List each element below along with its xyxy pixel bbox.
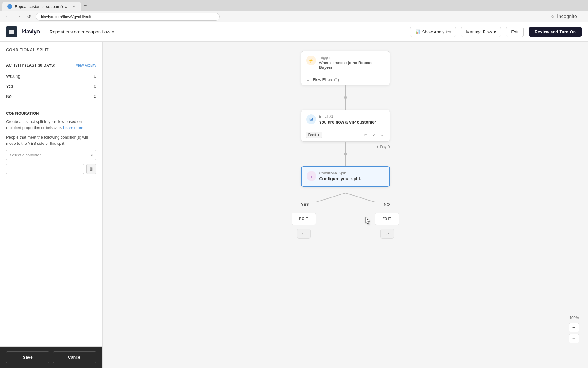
browser-extras: ☆ Incognito ⋮	[550, 14, 584, 20]
no-add-icon: ↩	[385, 231, 389, 236]
activity-section: ACTIVITY (LAST 30 DAYS) View Activity Wa…	[0, 58, 102, 106]
view-activity-link[interactable]: View Activity	[76, 63, 96, 67]
connector-right-line	[381, 187, 381, 193]
email-check-icon: ✉	[363, 132, 369, 138]
analytics-chart-icon: 📊	[415, 29, 420, 34]
cancel-button[interactable]: Cancel	[53, 351, 96, 363]
address-bar-input[interactable]	[36, 13, 220, 21]
sidebar: CONDITIONAL SPLIT ··· ACTIVITY (LAST 30 …	[0, 42, 103, 368]
split-node-header: ⑂ Conditional Split Configure your split…	[302, 167, 389, 186]
no-add-step-button[interactable]: ↩	[380, 229, 394, 239]
exit-nodes-row: EXIT ↩ EXIT ↩	[284, 213, 407, 239]
draft-label: Draft	[308, 133, 316, 137]
klaviyo-logo-icon	[6, 26, 17, 37]
branch-lines-svg	[298, 193, 393, 202]
connector-line-2	[345, 142, 346, 154]
condition-text-input[interactable]	[6, 164, 84, 174]
tab-close-button[interactable]: ✕	[72, 4, 76, 9]
split-node-more-button[interactable]: ···	[380, 171, 384, 177]
activity-no-label: No	[6, 94, 12, 99]
condition-delete-button[interactable]: 🗑	[86, 164, 96, 174]
zoom-in-button[interactable]: +	[569, 323, 579, 332]
envelope-icon: ✉	[309, 117, 313, 122]
trigger-desc-prefix: When someone	[319, 60, 348, 65]
sidebar-more-button[interactable]: ···	[92, 47, 96, 53]
review-label: Review and Turn On	[535, 29, 576, 34]
review-button[interactable]: Review and Turn On	[529, 27, 582, 37]
connector-2: ✦ Day 0	[301, 142, 390, 166]
email-node-more-button[interactable]: ···	[380, 114, 384, 120]
condition-select-wrapper: Select a condition... ▾	[6, 150, 96, 160]
back-button[interactable]: ←	[4, 13, 11, 21]
svg-rect-1	[306, 78, 310, 78]
email-tick-icon: ✓	[371, 132, 377, 138]
condition-input-row: 🗑	[6, 164, 96, 174]
email-status-icons: ✉ ✓ ▽	[363, 132, 385, 138]
flow-name-area: Repeat customer coupon flow ▾	[50, 29, 114, 34]
split-node-content: Conditional Split Configure your split.	[319, 171, 377, 182]
connector-line-1b	[345, 98, 346, 110]
no-connector-line	[381, 207, 381, 213]
zoom-out-button[interactable]: −	[569, 334, 579, 343]
no-exit-node: EXIT	[375, 213, 399, 225]
email-node[interactable]: ✉ Email #1 You are now a VIP customer ··…	[301, 110, 390, 142]
flow-filter-label: Flow Filters (1)	[313, 77, 339, 82]
email-filter-icon: ▽	[379, 132, 385, 138]
browser-tab-bar: Repeat customer coupon flow ✕ +	[0, 0, 588, 11]
bookmark-button[interactable]: ☆	[550, 14, 555, 20]
browser-active-tab[interactable]: Repeat customer coupon flow ✕	[2, 2, 81, 11]
activity-yes-count: 0	[94, 84, 96, 89]
more-options-button[interactable]: ⋮	[579, 14, 584, 20]
sidebar-footer: Save Cancel	[0, 346, 102, 368]
flow-name-caret-icon[interactable]: ▾	[112, 30, 114, 34]
show-analytics-button[interactable]: 📊 Show Analytics	[410, 27, 456, 37]
connector-line-2b	[345, 154, 346, 166]
no-label: NO	[384, 202, 390, 207]
exit-label: Exit	[511, 29, 518, 34]
svg-line-5	[345, 193, 375, 202]
save-button[interactable]: Save	[6, 351, 49, 363]
app-header: klaviyo Repeat customer coupon flow ▾ 📊 …	[0, 22, 588, 42]
klaviyo-logo-text: klaviyo	[22, 29, 40, 35]
svg-rect-0	[9, 30, 14, 34]
activity-row-waiting: Waiting 0	[6, 71, 96, 81]
branch-labels-row	[298, 187, 393, 193]
svg-rect-2	[307, 79, 309, 79]
filter-icon	[306, 77, 311, 82]
config-description: Create a distinct split in your flow bas…	[6, 119, 96, 131]
lightning-icon: ⚡	[308, 58, 314, 63]
tab-favicon	[7, 4, 12, 9]
email-icon: ✉	[306, 114, 316, 124]
learn-more-link[interactable]: Learn more.	[63, 125, 85, 130]
user-button[interactable]: Incognito	[557, 14, 577, 19]
activity-row-yes: Yes 0	[6, 81, 96, 91]
svg-line-4	[316, 193, 345, 202]
yes-exit-node: EXIT	[292, 213, 316, 225]
tab-title: Repeat customer coupon flow	[15, 4, 67, 9]
trigger-node[interactable]: ⚡ Trigger When someone joins Repeat Buye…	[301, 51, 390, 85]
branch-connectors-row	[295, 207, 396, 213]
manage-flow-caret-icon: ▾	[494, 29, 496, 34]
zoom-level-display: 100%	[569, 316, 579, 320]
refresh-button[interactable]: ↺	[26, 13, 32, 21]
trigger-icon: ⚡	[306, 56, 316, 65]
activity-section-header: ACTIVITY (LAST 30 DAYS) View Activity	[6, 63, 96, 67]
manage-flow-button[interactable]: Manage Flow ▾	[461, 27, 501, 37]
exit-button[interactable]: Exit	[506, 27, 523, 37]
yes-connector-line	[310, 207, 310, 213]
yes-add-step-button[interactable]: ↩	[297, 229, 311, 239]
yes-label: YES	[301, 202, 309, 207]
email-node-header: ✉ Email #1 You are now a VIP customer ··…	[301, 110, 390, 130]
condition-select[interactable]: Select a condition...	[6, 150, 96, 160]
activity-waiting-label: Waiting	[6, 74, 20, 79]
trigger-node-footer: Flow Filters (1)	[301, 74, 390, 85]
flow-canvas: ⚡ Trigger When someone joins Repeat Buye…	[103, 42, 588, 368]
browser-chrome: Repeat customer coupon flow ✕ + ← → ↺ ☆ …	[0, 0, 588, 22]
new-tab-button[interactable]: +	[81, 0, 89, 11]
conditional-split-node[interactable]: ⑂ Conditional Split Configure your split…	[301, 166, 390, 187]
branch-yes-no-row: YES NO	[295, 202, 396, 207]
draft-badge[interactable]: Draft ▾	[306, 132, 322, 138]
split-branch-icon: ⑂	[310, 174, 313, 178]
day-label-text: Day 0	[380, 145, 390, 149]
forward-button[interactable]: →	[15, 13, 22, 21]
